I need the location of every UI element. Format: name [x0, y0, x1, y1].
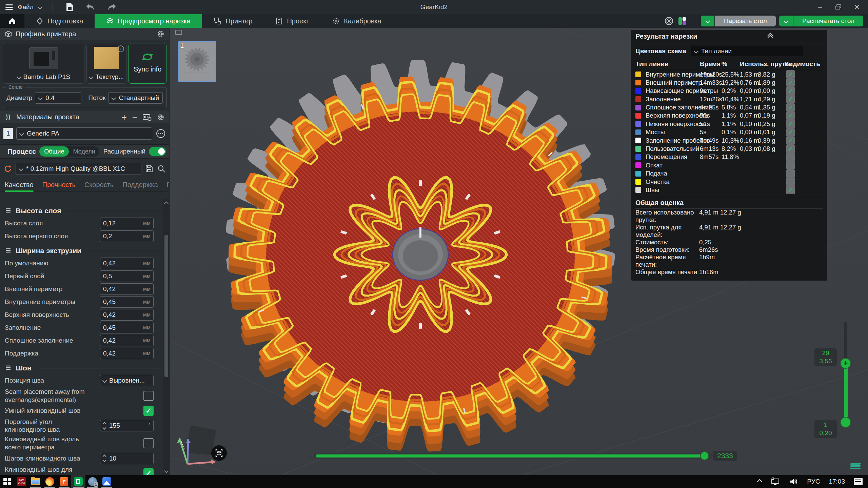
slice-button[interactable]: Нарезать стол: [715, 16, 776, 26]
flow-select[interactable]: Стандартный: [108, 92, 163, 104]
setting-input[interactable]: 0,42мм: [100, 258, 154, 269]
visibility-checkbox[interactable]: [786, 111, 795, 120]
setting-input[interactable]: 0,45мм: [100, 296, 154, 308]
process-preset-select[interactable]: * 0.12mm High Quality @BBL X1C: [16, 163, 141, 175]
fusion-360[interactable]: F: [57, 475, 71, 488]
visibility-checkbox[interactable]: [786, 95, 795, 103]
remove-filament-button[interactable]: −: [132, 114, 137, 121]
visibility-checkbox[interactable]: [786, 120, 795, 128]
scope-objects[interactable]: Модели: [69, 148, 99, 155]
diameter-select[interactable]: 0.4: [35, 92, 81, 104]
save-preset-icon[interactable]: [145, 164, 154, 173]
notification-center-icon[interactable]: [854, 478, 863, 485]
file-menu[interactable]: Файл: [18, 3, 34, 11]
visibility-checkbox[interactable]: [786, 178, 795, 186]
settings-tab-Прочее[interactable]: Прочее: [167, 181, 170, 191]
scope-global[interactable]: Общие: [39, 146, 69, 157]
print-button[interactable]: Распечатать стол: [793, 16, 863, 26]
settings-tab-Качество[interactable]: Качество: [5, 181, 34, 191]
file-menu-chevron-icon[interactable]: [38, 5, 42, 9]
print-dropdown[interactable]: [779, 16, 793, 26]
restore-button[interactable]: [831, 1, 846, 13]
visibility-checkbox[interactable]: [786, 70, 795, 79]
setting-spinner[interactable]: 155°: [100, 420, 154, 431]
visibility-checkbox[interactable]: [786, 128, 795, 137]
filament-slot-number[interactable]: 1: [3, 128, 13, 139]
layer-slider-bottom-handle[interactable]: [840, 417, 851, 428]
scroll-down-icon[interactable]: [164, 469, 169, 473]
tab-prepare[interactable]: Подготовка: [24, 14, 95, 28]
clock[interactable]: 17:03: [829, 478, 845, 485]
app-counter[interactable]: 1: [85, 475, 100, 488]
save-button[interactable]: [64, 2, 75, 12]
setting-checkbox[interactable]: [143, 468, 154, 475]
tab-calibration[interactable]: Калибровка: [321, 14, 393, 28]
layer-slider-track[interactable]: [844, 364, 848, 422]
visibility-checkbox[interactable]: [786, 145, 795, 153]
setting-input[interactable]: 0,42мм: [100, 348, 154, 359]
collapse-icon[interactable]: [768, 34, 772, 40]
setting-checkbox[interactable]: [143, 391, 154, 401]
setting-input[interactable]: 0,12мм: [100, 218, 154, 229]
settings-tab-Скорость[interactable]: Скорость: [84, 181, 114, 191]
setting-checkbox[interactable]: [143, 406, 154, 416]
visibility-checkbox[interactable]: [786, 136, 795, 145]
process-scope-toggle[interactable]: Общие Модели: [39, 146, 99, 157]
visibility-checkbox[interactable]: [786, 186, 795, 194]
close-button[interactable]: ✕: [849, 1, 865, 13]
settings-scrollbar[interactable]: [163, 199, 169, 475]
visibility-checkbox[interactable]: [786, 87, 795, 95]
minimize-button[interactable]: –: [812, 1, 828, 13]
undo-button[interactable]: [85, 2, 96, 12]
setting-dropdown[interactable]: Выровнен...: [100, 375, 154, 386]
orientation-gizmo[interactable]: [171, 423, 242, 470]
settings-tab-Прочность[interactable]: Прочность: [42, 181, 76, 191]
setting-input[interactable]: 0,42мм: [100, 283, 154, 295]
settings-tab-Поддержка[interactable]: Поддержка: [122, 181, 158, 191]
filament-more-icon[interactable]: [156, 128, 166, 139]
color-scheme-select[interactable]: Тип линии: [691, 46, 803, 56]
filament-settings-gear-icon[interactable]: [157, 114, 164, 121]
camera-view-button[interactable]: [211, 445, 227, 461]
bambu-studio[interactable]: [71, 475, 85, 488]
scroll-up-icon[interactable]: [164, 201, 169, 206]
setting-input[interactable]: 0,45мм: [100, 322, 154, 333]
visibility-checkbox[interactable]: [786, 153, 795, 161]
home-tab[interactable]: [0, 14, 24, 28]
plate-thumbnail[interactable]: 1: [178, 41, 216, 82]
add-filament-button[interactable]: +: [122, 114, 127, 121]
file-explorer[interactable]: [28, 475, 43, 488]
visibility-checkbox[interactable]: [786, 161, 795, 169]
tray-expand-icon[interactable]: [757, 479, 763, 484]
plate-settings-icon[interactable]: [175, 30, 182, 35]
setting-spinner[interactable]: 10: [100, 453, 154, 464]
device-mapping-icon[interactable]: [677, 16, 687, 26]
slider-handle[interactable]: [700, 451, 709, 460]
redo-button[interactable]: [106, 2, 117, 12]
visibility-checkbox[interactable]: [786, 103, 795, 112]
tab-project[interactable]: Проект: [264, 14, 321, 28]
layers-icon[interactable]: [850, 462, 861, 471]
volume-icon[interactable]: [789, 477, 798, 486]
advanced-toggle[interactable]: [149, 147, 166, 156]
print-progress-slider[interactable]: 2333: [314, 453, 712, 459]
main-menu-icon[interactable]: [5, 4, 13, 10]
visibility-checkbox[interactable]: [786, 169, 795, 178]
firefox[interactable]: [43, 475, 57, 488]
filament-select[interactable]: Generic PA: [16, 127, 152, 140]
printer-card[interactable]: Bambu Lab P1S: [3, 43, 84, 84]
layer-slider-top-handle[interactable]: +: [840, 358, 851, 369]
solidworks-2023[interactable]: SW2023: [14, 475, 28, 488]
tab-preview[interactable]: Предпросмотр нарезки: [95, 14, 202, 28]
printer-settings-gear-icon[interactable]: [157, 30, 164, 38]
setting-input[interactable]: 0,5мм: [100, 270, 154, 282]
slice-dropdown[interactable]: [701, 16, 714, 26]
sync-info-button[interactable]: Sync info: [129, 43, 166, 84]
ams-icon[interactable]: [143, 114, 152, 121]
visibility-checkbox[interactable]: [786, 78, 795, 87]
setting-input[interactable]: 0,2мм: [100, 230, 154, 242]
setting-checkbox[interactable]: [143, 438, 154, 448]
build-plate-card[interactable]: i Текстур...: [86, 43, 126, 84]
start-button[interactable]: [0, 475, 14, 488]
search-icon[interactable]: [157, 164, 166, 173]
